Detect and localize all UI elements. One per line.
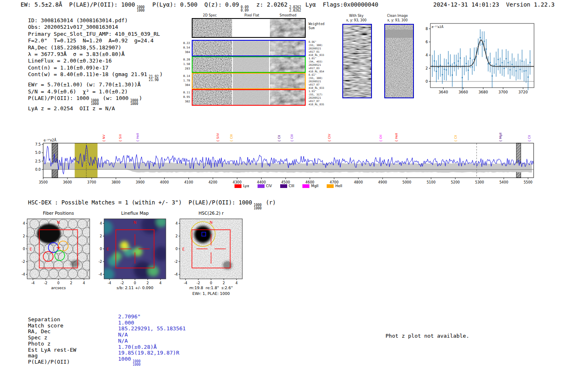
stacked-fraction: 21.9221.90 [149, 75, 159, 81]
spec2d-row-2 [192, 56, 306, 73]
spec2d-row-left-labels: 0.110.95302 [177, 90, 190, 104]
info-line: λ = 3677.93Å σ = 3.83(±0.80)Å [28, 51, 163, 58]
svg-text:-2: -2 [197, 281, 200, 285]
svg-text:2: 2 [176, 234, 178, 238]
east-label: E [107, 247, 109, 251]
svg-text:3900: 3900 [136, 180, 145, 184]
match-table-labels: SeparationMatch scoreRA, DecSpec zPhoto … [28, 317, 76, 365]
svg-text:3700: 3700 [498, 90, 508, 94]
detection-info-block: ID: 3008163014 (3008163014.pdf)Obs: 2020… [28, 17, 163, 112]
hsc-dex-header-line: HSC-DEX : Possible Matches = 1 (within +… [28, 199, 276, 210]
spec2d-row-right-labels: 1.01"(94, 493)20200521v017_03410_RL_054 [309, 57, 329, 73]
spec2d-row-4 [192, 89, 306, 106]
east-label: E [30, 247, 32, 251]
svg-text:4000: 4000 [160, 180, 169, 184]
svg-text:e⁻¹⁷x2Å: e⁻¹⁷x2Å [432, 25, 444, 29]
svg-text:0: 0 [100, 247, 102, 251]
svg-text:0: 0 [425, 79, 428, 84]
svg-text:2: 2 [223, 281, 225, 285]
svg-text:3700: 3700 [87, 180, 96, 184]
north-label: N [133, 220, 136, 225]
photz-note: Phot z plot not available. [386, 333, 469, 339]
match-row-label: Match score [28, 323, 76, 329]
match-row-value: 1.000 [118, 320, 186, 326]
mag-caption: m:19.8 re:1.8" s:2.6" [189, 285, 233, 290]
match-row-label: RA, Dec [28, 329, 76, 335]
legend-swatch [280, 184, 287, 188]
withsky-title: With Sky x, y: 93, 300 [346, 14, 367, 23]
svg-text:-4: -4 [174, 272, 178, 276]
line-label-HeII: { HeII [395, 133, 398, 142]
match-row-value: N/A [118, 332, 186, 338]
svg-text:4: 4 [23, 221, 25, 225]
legend-item-CIV: CIV [258, 184, 272, 188]
spec2d-row-3 [192, 73, 306, 89]
pixelflat-col-title: Pixel Flat [244, 14, 259, 17]
info-line: ID: 3008163014 (3008163014.pdf) [28, 17, 163, 24]
match-row-label: mag [28, 353, 76, 359]
line-label-HeII: { HeII [136, 133, 139, 142]
line-label-CII: { CII [527, 135, 531, 142]
stacked-fraction: 10001000 [91, 99, 99, 105]
match-row-value: 185.229291, 55.183561 [118, 326, 186, 332]
spec2d-row-right-labels: 1.93"(93, 317)20200521v017_07410_RL_035 [309, 90, 329, 106]
line-label-CIV: { CIV [327, 133, 331, 142]
north-label: N [209, 220, 212, 225]
svg-text:2: 2 [23, 234, 25, 238]
svg-text:2: 2 [100, 234, 102, 238]
legend-item-MgII: MgII [302, 184, 318, 188]
arcsecs-label: arcsecs [51, 285, 66, 290]
legend-swatch [327, 184, 334, 188]
svg-text:5100: 5100 [427, 180, 436, 184]
line-label-NV: { NV [102, 134, 106, 142]
svg-text:-4: -4 [22, 272, 25, 276]
svg-text:4: 4 [83, 281, 85, 285]
svg-text:2.5: 2.5 [35, 159, 41, 163]
svg-text:0: 0 [134, 281, 136, 285]
match-row-value: 100010001000 [118, 356, 186, 366]
svg-text:5.0: 5.0 [35, 151, 41, 155]
svg-text:3640: 3640 [439, 90, 448, 94]
stacked-fraction: 10001000 [130, 99, 138, 105]
svg-text:-2: -2 [121, 281, 124, 285]
svg-text:3800: 3800 [111, 180, 121, 184]
legend-swatch [235, 184, 242, 188]
spec2d-row-left-labels: 0.220.54304 [177, 41, 190, 55]
match-row-label: Est LyA rest-EW [28, 347, 76, 353]
legend-item-CIII: CIII [280, 184, 294, 188]
info-line: LyA z = 2.0254 OII z = N/A [28, 105, 163, 112]
svg-text:-2: -2 [174, 260, 178, 264]
ewr-plae-caption: EWr: 1, PLAE: 1000 [192, 291, 230, 296]
info-line: RA,Dec (185.228638,55.182907) [28, 44, 163, 51]
spec2d-row-1 [192, 40, 306, 56]
timestamp-version: 2024-12-31 14:01:23 Version 1.22.3 [433, 1, 555, 8]
svg-text:0: 0 [57, 281, 59, 285]
svg-text:8: 8 [425, 27, 428, 31]
info-line: Primary Spec_Slot_IFU_AMP: 410_015_039_R… [28, 31, 163, 37]
legend-swatch [302, 184, 309, 188]
elixer-report: { "meta": {"stamp": "2024-12-31 14:01:23… [0, 0, 576, 392]
legend-swatch [258, 184, 265, 188]
svg-text:2: 2 [146, 281, 149, 285]
svg-text:4: 4 [159, 281, 161, 285]
info-line: LineFlux = 2.00(±0.32)e-16 [28, 58, 163, 64]
match-row-value: 1.70(±0.28)Å [118, 344, 186, 350]
svg-text:-2: -2 [44, 281, 47, 285]
svg-text:4800: 4800 [354, 180, 363, 184]
line-label-SiIV: { SiIV [216, 133, 220, 142]
info-line: Obs: 20200521v017_3008163014 [28, 24, 163, 30]
svg-text:3720: 3720 [518, 90, 528, 94]
sb-caption: s/b: 2.11 +/- 0.090 [116, 285, 153, 290]
stacked-fraction: 10001000 [132, 360, 140, 366]
match-row-value: 19.85(19.82,19.87)R [118, 350, 186, 356]
north-label: N [57, 220, 60, 225]
svg-text:5500: 5500 [524, 180, 533, 184]
line-label-OII: { OII [379, 135, 383, 142]
legend-item-Lyα: Lyα [235, 184, 249, 188]
summary-header-line: EW: 5.5±2.8Å P(LAE)/P(OII): 100010001000… [21, 1, 378, 12]
line-label-CIII: { CIII [230, 134, 233, 142]
stacked-fraction: 10001000 [137, 6, 144, 12]
withsky-image [342, 24, 372, 98]
east-label: E [182, 247, 185, 251]
spec2d-row-left-labels: 0.141.78304 [177, 74, 190, 88]
